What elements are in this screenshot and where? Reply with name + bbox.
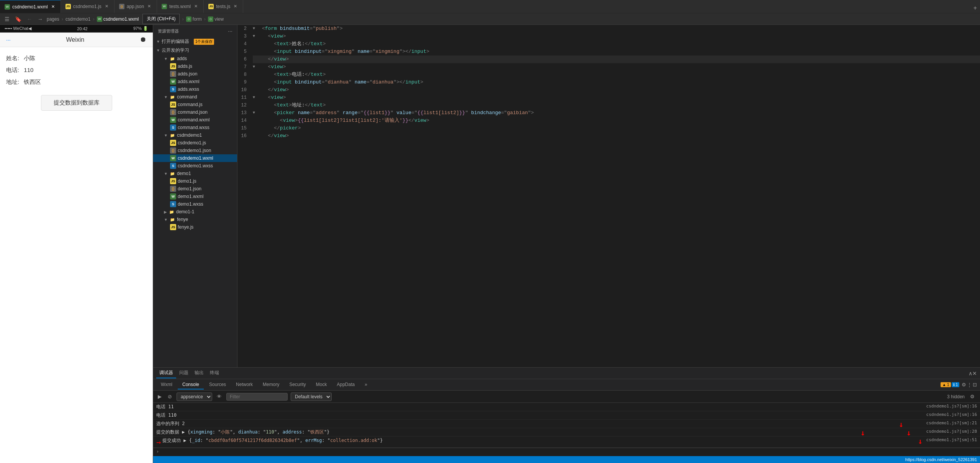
console-row-4: 提交的数据 ▶ {xingming: "小陈", dianhua: "110",… [153,428,980,437]
file-adds-js[interactable]: JS adds.js [153,62,237,70]
fold-arrow[interactable]: ▼ [253,33,259,40]
file-command-js[interactable]: JS command.js [153,101,237,108]
line-content: <text>电话:</text> [259,71,980,79]
devtools-close-btn[interactable]: ✕ [972,370,977,376]
tab-issues[interactable]: 问题 [176,368,191,378]
file-demo1-json[interactable]: {} demo1.json [153,185,237,193]
filter-input[interactable] [226,393,288,401]
folder-demo1-1[interactable]: ▶ 📁 demo1-1 [153,208,237,216]
more-options-btn[interactable]: ⋮ [967,382,972,388]
bookmark-btn[interactable]: 🔖 [13,15,23,23]
tab-csdndemo1-wxml[interactable]: W csdndemo1.wxml ✕ [0,0,61,13]
folder-command[interactable]: ▼ 📁 command [153,93,237,101]
console-input-row: › [153,448,980,455]
sidebar-more-btn[interactable]: ··· [228,28,232,34]
inner-tab-memory[interactable]: Memory [258,380,284,389]
console-source2[interactable]: csdndemo1.js?[sm]:16 [926,412,977,417]
field-value2: 110 [24,67,33,73]
inner-tab-sources[interactable]: Sources [205,380,231,389]
file-name12: demo1.wxml [178,194,203,199]
fold-arrow[interactable]: ▼ [253,109,259,117]
tab-debugger[interactable]: 调试器 [156,368,176,378]
tab-close[interactable]: ✕ [232,3,238,9]
inner-tab-wxml[interactable]: Wxml [156,380,177,389]
file-name3: command.json [178,110,208,115]
tab-close[interactable]: ✕ [50,4,56,10]
file-name14: fenye.js [178,224,193,230]
fold-arrow[interactable]: ▼ [253,94,259,101]
line-content: <picker name="address" range="{{list1}}"… [259,109,980,117]
file-demo1-wxml[interactable]: W demo1.wxml [153,193,237,200]
console-input[interactable] [161,449,977,454]
inner-tab-more[interactable]: » [360,380,372,389]
inner-tab-console[interactable]: Console [178,380,204,389]
devtools-dock-btn[interactable]: ⊡ [973,382,977,388]
stop-btn[interactable]: ⊘ [166,393,173,400]
breadcrumb-tag: ◇ form [186,16,202,22]
console-source5[interactable]: csdndemo1.js?[sm]:51 [926,437,977,442]
folder-adds[interactable]: ▼ 📁 adds [153,55,237,62]
section-open-editors[interactable]: ▼ 打开的编辑器 1个未保存 [153,37,237,46]
inner-tab-network[interactable]: Network [231,380,257,389]
code-line-16: 16 </view> [237,132,980,140]
tab-tests-wxml[interactable]: W tests.wxml ✕ [157,0,204,13]
file-adds-wxss[interactable]: S adds.wxss [153,85,237,93]
back-btn[interactable]: ← [25,15,34,23]
file-csdndemo1-wxss[interactable]: S csdndemo1.wxss [153,162,237,170]
tab-close[interactable]: ✕ [193,3,199,9]
forward-btn[interactable]: → [36,15,44,23]
eye-btn[interactable]: 👁 [215,393,223,400]
editor-area: 资源管理器 ··· ▼ 打开的编辑器 1个未保存 ▼ 云开发的学习 [153,25,980,463]
wxml-file-icon: W [170,79,176,85]
levels-selector[interactable]: Default levels [291,393,332,401]
fold-arrow[interactable]: ▼ [253,63,259,71]
folder-fenye[interactable]: ▼ 📁 fenye [153,216,237,223]
fold-arrow[interactable]: ▼ [253,25,259,33]
file-command-wxml[interactable]: W command.wxml [153,116,237,124]
add-tab-button[interactable]: + [970,3,980,13]
tab-csdndemo1-js[interactable]: JS csdndemo1.js ✕ [61,0,115,13]
console-source4[interactable]: csdndemo1.js?[sm]:28 [926,429,977,434]
file-csdndemo1-js[interactable]: JS csdndemo1.js [153,139,237,147]
devtools-collapse-btn[interactable]: ∧ [969,370,972,376]
file-csdndemo1-json[interactable]: {} csdndemo1.json [153,147,237,154]
file-command-json[interactable]: {} command.json [153,108,237,116]
tab-close[interactable]: ✕ [104,3,110,9]
service-selector[interactable]: appservice [177,393,212,401]
file-command-wxss[interactable]: S command.wxss [153,124,237,131]
console-source3[interactable]: csdndemo1.js?[sm]:21 [926,420,977,425]
file-csdndemo1-wxml[interactable]: W csdndemo1.wxml [153,154,237,162]
folder-csdmdemo1[interactable]: ▼ 📁 csdmdemo1 [153,131,237,139]
inner-tab-security[interactable]: Security [285,380,310,389]
devtools-outer-tabs: 调试器 问题 输出 终端 ∧ ✕ [153,368,980,379]
file-adds-json[interactable]: {} adds.json [153,70,237,78]
file-demo1-wxss[interactable]: S demo1.wxss [153,200,237,208]
inner-tab-mock[interactable]: Mock [311,380,332,389]
file-name11: demo1.json [178,186,201,191]
settings-btn[interactable]: ⚙ [962,382,966,388]
console-row-2: 电话 110 csdndemo1.js?[sm]:16 [153,411,980,420]
menu-icon-btn[interactable]: ☰ [3,15,11,23]
section-cloud-dev[interactable]: ▼ 云开发的学习 [153,46,237,55]
tab-output[interactable]: 输出 [191,368,207,378]
folder-demo1[interactable]: ▼ 📁 demo1 [153,170,237,177]
inner-tab-appdata[interactable]: AppData [332,380,359,389]
field-label2: 电话: [6,67,19,73]
file-demo1-js[interactable]: JS demo1.js [153,177,237,185]
folder-icon3: 📁 [169,132,175,138]
file-adds-wxml[interactable]: W adds.wxml [153,78,237,85]
console-source[interactable]: csdndemo1.js?[sm]:16 [926,404,977,409]
form-content: 姓名: 小陈 电话: 110 地址: 铁西区 提交数据到数据库 [0,47,153,463]
tag-icon: ◇ [186,16,191,22]
code-editor[interactable]: 2 ▼ <form bindsubmit="publish"> 3 ▼ <vie… [237,25,980,367]
tab-app-json[interactable]: {} app.json ✕ [115,0,157,13]
tab-tests-js[interactable]: JS tests.js ✕ [204,0,243,13]
tab-terminal[interactable]: 终端 [207,368,222,378]
file-name: adds.wxml [178,79,200,84]
execute-btn[interactable]: ▶ [156,393,163,400]
console-settings-btn[interactable]: ⚙ [968,393,977,400]
file-fenye-js[interactable]: JS fenye.js [153,223,237,231]
submit-button[interactable]: 提交数据到数据库 [41,95,112,111]
breadcrumb-pages: pages [47,16,59,22]
tab-close[interactable]: ✕ [146,3,152,9]
